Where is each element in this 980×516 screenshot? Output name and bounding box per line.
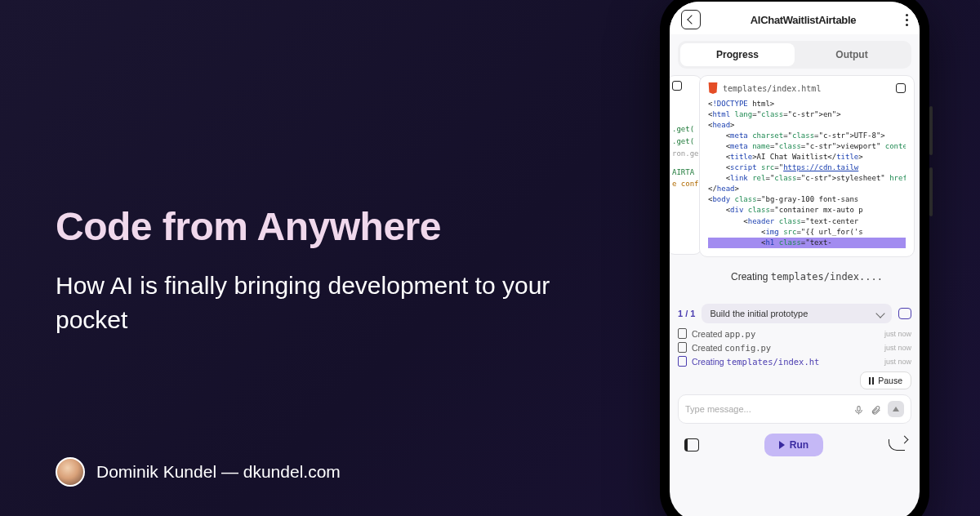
tab-output[interactable]: Output bbox=[795, 43, 909, 66]
event-text: Creating templates/index.ht bbox=[692, 357, 880, 367]
app-title: AIChatWaitlistAirtable bbox=[701, 14, 906, 26]
task-count: 1 / 1 bbox=[678, 309, 695, 318]
back-arrow-icon bbox=[687, 15, 696, 24]
event-time: just now bbox=[884, 344, 911, 352]
send-button[interactable] bbox=[888, 401, 904, 417]
background-code-card[interactable]: .get( .get( ron.ge AIRTA e conf bbox=[670, 75, 702, 255]
pause-label: Pause bbox=[878, 376, 902, 385]
author-avatar bbox=[56, 457, 85, 487]
active-code-card[interactable]: templates/index.html <!DOCTYPE html><htm… bbox=[699, 75, 915, 257]
undo-icon[interactable] bbox=[889, 439, 905, 451]
arrow-up-icon bbox=[893, 407, 899, 411]
run-label: Run bbox=[790, 439, 808, 451]
event-row[interactable]: Created config.pyjust now bbox=[678, 342, 911, 353]
event-text: Created config.py bbox=[692, 343, 880, 353]
bg-code-frag: e conf bbox=[672, 180, 699, 188]
bg-code-frag: .get( bbox=[672, 137, 694, 145]
code-status-line: Creating templates/index.... bbox=[699, 271, 915, 282]
event-row[interactable]: Creating templates/index.htjust now bbox=[678, 356, 911, 367]
phone-side-button bbox=[929, 167, 933, 216]
page-headline: Code from Anywhere bbox=[56, 204, 562, 249]
copy-icon bbox=[672, 81, 682, 91]
attachment-icon[interactable] bbox=[871, 404, 881, 415]
file-icon bbox=[678, 356, 687, 367]
app-topbar: AIChatWaitlistAirtable bbox=[670, 2, 920, 34]
more-menu-button[interactable] bbox=[906, 14, 908, 26]
back-button[interactable] bbox=[681, 10, 701, 29]
author-site: dkundel.com bbox=[243, 462, 341, 481]
bg-code-frag: ron.ge bbox=[672, 149, 699, 158]
file-icon bbox=[678, 328, 687, 339]
device-frame: AIChatWaitlistAirtable Progress Output .… bbox=[660, 0, 929, 516]
event-time: just now bbox=[884, 330, 911, 338]
task-chip[interactable]: Build the initial prototype bbox=[702, 304, 892, 323]
message-input[interactable]: Type message... bbox=[678, 394, 911, 424]
comment-icon[interactable] bbox=[898, 308, 911, 319]
pause-button[interactable]: Pause bbox=[860, 371, 911, 389]
author-row: Dominik Kundel — dkundel.com bbox=[56, 457, 341, 487]
phone-screen: AIChatWaitlistAirtable Progress Output .… bbox=[670, 2, 920, 516]
author-separator: — bbox=[216, 462, 243, 481]
file-icon bbox=[678, 342, 687, 353]
bg-code-frag: .get( bbox=[672, 125, 694, 133]
code-body: <!DOCTYPE html><html lang="class="c-str"… bbox=[708, 99, 906, 248]
author-name: Dominik Kundel bbox=[96, 462, 216, 481]
task-bar: 1 / 1 Build the initial prototype bbox=[678, 304, 911, 323]
chevron-down-icon bbox=[875, 309, 884, 318]
bottom-toolbar: Run bbox=[670, 430, 920, 465]
author-text: Dominik Kundel — dkundel.com bbox=[96, 462, 341, 482]
panels-icon[interactable] bbox=[684, 438, 699, 452]
svg-rect-0 bbox=[858, 406, 860, 411]
message-placeholder: Type message... bbox=[685, 404, 847, 414]
events-list: Created app.pyjust nowCreated config.pyj… bbox=[678, 328, 911, 367]
html5-icon bbox=[708, 82, 718, 94]
event-time: just now bbox=[884, 358, 911, 366]
status-file: templates/index.... bbox=[771, 271, 883, 282]
page-subhead: How AI is finally bringing development t… bbox=[56, 269, 562, 337]
phone-side-button bbox=[929, 106, 933, 155]
copy-icon[interactable] bbox=[896, 83, 906, 93]
bg-code-frag: AIRTA bbox=[672, 168, 694, 176]
run-button[interactable]: Run bbox=[764, 434, 823, 456]
task-label: Build the initial prototype bbox=[710, 309, 808, 318]
microphone-icon[interactable] bbox=[853, 404, 864, 415]
play-icon bbox=[779, 441, 785, 449]
tab-progress[interactable]: Progress bbox=[680, 43, 795, 66]
tab-bar: Progress Output bbox=[678, 41, 911, 69]
event-text: Created app.py bbox=[692, 329, 880, 339]
pause-icon bbox=[869, 377, 874, 385]
code-area: .get( .get( ron.ge AIRTA e conf template… bbox=[678, 75, 911, 304]
active-file-name: templates/index.html bbox=[723, 84, 891, 93]
status-verb: Creating bbox=[731, 271, 771, 282]
event-row[interactable]: Created app.pyjust now bbox=[678, 328, 911, 339]
